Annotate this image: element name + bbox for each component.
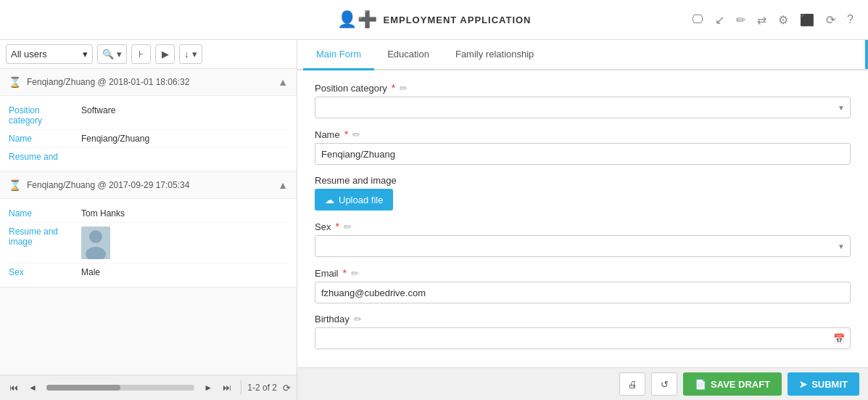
record-1-field-resume: Resume and [9,148,288,166]
pagination-refresh-icon[interactable]: ⟳ [283,383,291,393]
user-filter-chevron: ▾ [83,49,88,60]
tab-family-relationship[interactable]: Family relationship [442,40,547,70]
record-1-name-label: Name [9,134,81,144]
refresh-icon[interactable]: ⟳ [826,13,835,27]
record-header-2[interactable]: ⌛ Fenqiang/Zhuang @ 2017-09-29 17:05:34 … [0,172,297,199]
hourglass-icon: ⌛ [9,76,21,88]
main-layout: All users ▾ 🔍 ▾ ⊦ ▶ ↓ ▾ ⌛ [0,40,868,400]
undo-button[interactable]: ↺ [651,372,677,396]
save-draft-label: SAVE DRAFT [711,379,770,390]
position-category-label: Position category * ✏ [315,82,851,94]
left-panel: All users ▾ 🔍 ▾ ⊦ ▶ ↓ ▾ ⌛ [0,40,297,400]
record-1-resume-label: Resume and [9,152,81,162]
print-button[interactable]: 🖨 [619,372,645,396]
record-header-1[interactable]: ⌛ Fenqiang/Zhuang @ 2018-01-01 18:06:32 … [0,69,297,96]
page-first-button[interactable]: ⏮ [6,380,22,396]
name-input[interactable] [315,143,851,165]
form-group-email: Email * ✏ [315,267,851,303]
user-filter-label: All users [11,49,47,60]
record-group-1: ⌛ Fenqiang/Zhuang @ 2018-01-01 18:06:32 … [0,69,297,172]
monitor-icon[interactable]: 🖵 [692,13,703,26]
record-2-field-sex: Sex Male [9,264,288,281]
tab-main-form[interactable]: Main Form [303,40,374,70]
pagination-bar: ⏮ ◄ ► ⏭ 1-2 of 2 ⟳ [0,375,297,400]
forward-icon: ▶ [162,49,169,60]
position-category-select[interactable]: Software [315,97,851,118]
record-1-position-label: Positioncategory [9,105,81,126]
sex-required-star: * [335,221,339,232]
action-bar: 🖨 ↺ 📄 SAVE DRAFT ➤ SUBMIT [297,367,868,400]
page-prev-button[interactable]: ◄ [25,380,41,396]
page-next-button[interactable]: ► [200,380,216,396]
share-icon[interactable]: ↙ [715,13,724,27]
record-2-resume-value [81,226,288,259]
search-chevron: ▾ [117,49,122,60]
submit-send-icon: ➤ [799,379,807,390]
sex-label: Sex * ✏ [315,221,851,232]
record-1-field-position: Positioncategory Software [9,102,288,130]
submit-button[interactable]: ➤ SUBMIT [788,372,859,396]
grid-view-button[interactable]: ⊦ [131,44,151,64]
right-panel: Main Form Education Family relationship … [297,40,868,400]
position-required-star: * [392,82,395,94]
app-title: EMPLOYMENT APPLICATION [384,15,532,25]
record-1-name-value: Fenqiang/Zhuang [81,134,288,144]
record-2-collapse-button[interactable]: ▲ [278,179,288,191]
email-edit-icon[interactable]: ✏ [351,268,359,279]
record-2-name-label: Name [9,208,81,219]
record-1-field-name: Name Fenqiang/Zhuang [9,130,288,148]
email-input[interactable] [315,282,851,303]
gear-icon[interactable]: ⚙ [778,13,788,27]
save-draft-button[interactable]: 📄 SAVE DRAFT [683,372,782,396]
name-edit-icon[interactable]: ✏ [352,129,360,140]
record-2-field-resume: Resume and image [9,223,288,264]
upload-cloud-icon: ☁ [325,195,334,205]
app-header: 👤➕ EMPLOYMENT APPLICATION 🖵 ↙ ✏ ⇄ ⚙ ⬛ ⟳ … [0,0,868,40]
help-icon[interactable]: ? [847,13,853,26]
birthday-edit-icon[interactable]: ✏ [354,314,362,325]
name-label: Name * ✏ [315,128,851,140]
app-logo-icon: 👤➕ [337,10,378,29]
record-2-sex-value: Male [81,267,288,277]
form-group-name: Name * ✏ [315,128,851,165]
sex-select-wrapper: Male Female ▼ [315,235,851,257]
download-button[interactable]: ↓ ▾ [179,44,202,64]
birthday-input-wrapper: 📅 [315,327,851,349]
form-group-position: Position category * ✏ Software ▼ [315,82,851,118]
sex-select[interactable]: Male Female [315,235,851,257]
print-icon: 🖨 [628,379,637,390]
submit-label: SUBMIT [811,379,848,390]
record-1-position-value: Software [81,105,288,126]
email-label: Email * ✏ [315,267,851,279]
page-scrollbar-thumb [46,385,120,391]
birthday-input[interactable] [315,327,851,349]
tabs-bar: Main Form Education Family relationship [297,40,868,70]
position-edit-icon[interactable]: ✏ [400,83,408,94]
record-2-resume-label: Resume and image [9,226,81,259]
tab-education[interactable]: Education [374,40,442,70]
search-icon: 🔍 [102,49,114,60]
form-content: Position category * ✏ Software ▼ Name * [297,70,868,367]
grid-view-icon: ⊦ [139,49,144,60]
record-1-header-text: Fenqiang/Zhuang @ 2018-01-01 18:06:32 [27,77,272,87]
form-group-birthday: Birthday ✏ 📅 [315,314,851,349]
grid-icon[interactable]: ⬛ [800,13,814,27]
sex-edit-icon[interactable]: ✏ [344,221,352,232]
edit-pencil-icon[interactable]: ✏ [736,13,745,27]
record-2-sex-label: Sex [9,267,81,277]
birthday-label: Birthday ✏ [315,314,851,325]
left-toolbar: All users ▾ 🔍 ▾ ⊦ ▶ ↓ ▾ [0,40,297,69]
svg-point-1 [89,230,102,243]
page-last-button[interactable]: ⏭ [219,380,235,396]
page-scrollbar[interactable] [46,385,194,391]
app-title-container: 👤➕ EMPLOYMENT APPLICATION [337,10,532,29]
exchange-icon[interactable]: ⇄ [757,13,766,27]
avatar [81,226,110,259]
upload-file-button[interactable]: ☁ Upload file [315,189,393,211]
hourglass-icon-2: ⌛ [9,179,21,191]
user-filter-select[interactable]: All users ▾ [6,44,93,64]
nav-forward-button[interactable]: ▶ [155,44,175,64]
record-1-collapse-button[interactable]: ▲ [278,76,288,88]
search-button[interactable]: 🔍 ▾ [97,44,127,64]
save-draft-file-icon: 📄 [695,379,706,390]
